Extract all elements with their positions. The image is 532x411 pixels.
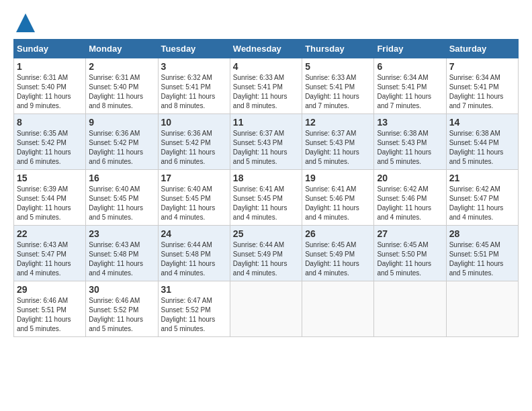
day-number: 23 <box>89 228 154 239</box>
calendar-week-2: 8Sunrise: 6:35 AMSunset: 5:42 PMDaylight… <box>14 114 519 170</box>
calendar-cell <box>446 281 518 337</box>
day-number: 5 <box>305 61 371 72</box>
calendar-cell: 16Sunrise: 6:40 AMSunset: 5:45 PMDayligh… <box>86 170 158 226</box>
calendar-cell: 8Sunrise: 6:35 AMSunset: 5:42 PMDaylight… <box>14 114 86 170</box>
calendar-cell: 25Sunrise: 6:44 AMSunset: 5:49 PMDayligh… <box>230 226 302 281</box>
day-number: 20 <box>377 173 443 183</box>
calendar-cell: 30Sunrise: 6:46 AMSunset: 5:52 PMDayligh… <box>86 281 158 337</box>
logo-icon <box>16 13 35 32</box>
day-number: 11 <box>233 117 299 128</box>
day-number: 13 <box>377 117 443 128</box>
day-number: 27 <box>377 228 443 239</box>
day-info: Sunrise: 6:40 AMSunset: 5:45 PMDaylight:… <box>89 185 154 222</box>
calendar-cell: 21Sunrise: 6:42 AMSunset: 5:47 PMDayligh… <box>446 170 518 226</box>
calendar-cell: 19Sunrise: 6:41 AMSunset: 5:46 PMDayligh… <box>302 170 374 226</box>
day-number: 6 <box>377 61 443 72</box>
calendar-cell: 3Sunrise: 6:32 AMSunset: 5:41 PMDaylight… <box>158 58 230 114</box>
day-number: 26 <box>305 228 371 239</box>
day-number: 10 <box>161 117 227 128</box>
day-info: Sunrise: 6:42 AMSunset: 5:47 PMDaylight:… <box>449 185 515 222</box>
day-number: 31 <box>161 284 227 295</box>
day-info: Sunrise: 6:38 AMSunset: 5:44 PMDaylight:… <box>449 129 515 167</box>
day-info: Sunrise: 6:40 AMSunset: 5:45 PMDaylight:… <box>161 185 227 222</box>
calendar-cell: 5Sunrise: 6:33 AMSunset: 5:41 PMDaylight… <box>302 58 374 114</box>
day-info: Sunrise: 6:31 AMSunset: 5:40 PMDaylight:… <box>89 73 154 111</box>
day-info: Sunrise: 6:36 AMSunset: 5:42 PMDaylight:… <box>89 129 154 167</box>
day-number: 14 <box>449 117 515 128</box>
day-info: Sunrise: 6:47 AMSunset: 5:52 PMDaylight:… <box>161 296 227 334</box>
calendar-header-wednesday: Wednesday <box>230 40 302 58</box>
day-info: Sunrise: 6:45 AMSunset: 5:50 PMDaylight:… <box>377 240 443 278</box>
calendar-cell: 18Sunrise: 6:41 AMSunset: 5:45 PMDayligh… <box>230 170 302 226</box>
calendar-cell: 20Sunrise: 6:42 AMSunset: 5:46 PMDayligh… <box>374 170 446 226</box>
day-info: Sunrise: 6:45 AMSunset: 5:51 PMDaylight:… <box>449 240 515 278</box>
day-info: Sunrise: 6:38 AMSunset: 5:43 PMDaylight:… <box>377 129 443 167</box>
day-number: 29 <box>17 284 83 295</box>
day-number: 30 <box>89 284 154 295</box>
day-number: 17 <box>161 173 227 183</box>
calendar-cell: 14Sunrise: 6:38 AMSunset: 5:44 PMDayligh… <box>446 114 518 170</box>
day-info: Sunrise: 6:32 AMSunset: 5:41 PMDaylight:… <box>161 73 227 111</box>
calendar-week-3: 15Sunrise: 6:39 AMSunset: 5:44 PMDayligh… <box>14 170 519 226</box>
day-info: Sunrise: 6:33 AMSunset: 5:41 PMDaylight:… <box>305 73 371 111</box>
day-info: Sunrise: 6:46 AMSunset: 5:51 PMDaylight:… <box>17 296 83 334</box>
calendar-cell: 12Sunrise: 6:37 AMSunset: 5:43 PMDayligh… <box>302 114 374 170</box>
day-number: 16 <box>89 173 154 183</box>
calendar-cell: 24Sunrise: 6:44 AMSunset: 5:48 PMDayligh… <box>158 226 230 281</box>
calendar-week-4: 22Sunrise: 6:43 AMSunset: 5:47 PMDayligh… <box>14 226 519 281</box>
day-info: Sunrise: 6:35 AMSunset: 5:42 PMDaylight:… <box>17 129 83 167</box>
day-info: Sunrise: 6:41 AMSunset: 5:46 PMDaylight:… <box>305 185 371 222</box>
day-info: Sunrise: 6:33 AMSunset: 5:41 PMDaylight:… <box>233 73 299 111</box>
calendar-header-row: SundayMondayTuesdayWednesdayThursdayFrid… <box>14 40 519 58</box>
calendar-week-1: 1Sunrise: 6:31 AMSunset: 5:40 PMDaylight… <box>14 58 519 114</box>
day-number: 15 <box>17 173 83 183</box>
calendar-cell: 17Sunrise: 6:40 AMSunset: 5:45 PMDayligh… <box>158 170 230 226</box>
day-number: 8 <box>17 117 83 128</box>
day-info: Sunrise: 6:41 AMSunset: 5:45 PMDaylight:… <box>233 185 299 222</box>
day-number: 21 <box>449 173 515 183</box>
logo <box>13 13 35 32</box>
calendar-header-monday: Monday <box>86 40 158 58</box>
calendar-cell: 1Sunrise: 6:31 AMSunset: 5:40 PMDaylight… <box>14 58 86 114</box>
calendar-cell <box>302 281 374 337</box>
calendar-cell: 31Sunrise: 6:47 AMSunset: 5:52 PMDayligh… <box>158 281 230 337</box>
day-number: 28 <box>449 228 515 239</box>
day-info: Sunrise: 6:46 AMSunset: 5:52 PMDaylight:… <box>89 296 154 334</box>
day-number: 2 <box>89 61 154 72</box>
calendar-cell <box>374 281 446 337</box>
day-info: Sunrise: 6:34 AMSunset: 5:41 PMDaylight:… <box>449 73 515 111</box>
day-info: Sunrise: 6:42 AMSunset: 5:46 PMDaylight:… <box>377 185 443 222</box>
calendar-header-thursday: Thursday <box>302 40 374 58</box>
calendar-cell <box>230 281 302 337</box>
day-info: Sunrise: 6:44 AMSunset: 5:49 PMDaylight:… <box>233 240 299 278</box>
day-info: Sunrise: 6:39 AMSunset: 5:44 PMDaylight:… <box>17 185 83 222</box>
svg-marker-0 <box>16 13 35 32</box>
day-number: 25 <box>233 228 299 239</box>
day-number: 18 <box>233 173 299 183</box>
day-info: Sunrise: 6:37 AMSunset: 5:43 PMDaylight:… <box>233 129 299 167</box>
calendar-cell: 29Sunrise: 6:46 AMSunset: 5:51 PMDayligh… <box>14 281 86 337</box>
calendar-cell: 27Sunrise: 6:45 AMSunset: 5:50 PMDayligh… <box>374 226 446 281</box>
calendar-cell: 4Sunrise: 6:33 AMSunset: 5:41 PMDaylight… <box>230 58 302 114</box>
page-header <box>13 13 519 32</box>
calendar-header-friday: Friday <box>374 40 446 58</box>
day-info: Sunrise: 6:45 AMSunset: 5:49 PMDaylight:… <box>305 240 371 278</box>
day-info: Sunrise: 6:34 AMSunset: 5:41 PMDaylight:… <box>377 73 443 111</box>
calendar-header-sunday: Sunday <box>14 40 86 58</box>
day-number: 22 <box>17 228 83 239</box>
calendar-cell: 22Sunrise: 6:43 AMSunset: 5:47 PMDayligh… <box>14 226 86 281</box>
calendar-cell: 7Sunrise: 6:34 AMSunset: 5:41 PMDaylight… <box>446 58 518 114</box>
day-number: 12 <box>305 117 371 128</box>
day-number: 19 <box>305 173 371 183</box>
calendar-cell: 23Sunrise: 6:43 AMSunset: 5:48 PMDayligh… <box>86 226 158 281</box>
day-number: 9 <box>89 117 154 128</box>
day-info: Sunrise: 6:44 AMSunset: 5:48 PMDaylight:… <box>161 240 227 278</box>
calendar-cell: 26Sunrise: 6:45 AMSunset: 5:49 PMDayligh… <box>302 226 374 281</box>
day-info: Sunrise: 6:37 AMSunset: 5:43 PMDaylight:… <box>305 129 371 167</box>
calendar-cell: 28Sunrise: 6:45 AMSunset: 5:51 PMDayligh… <box>446 226 518 281</box>
day-number: 3 <box>161 61 227 72</box>
day-number: 1 <box>17 61 83 72</box>
calendar-cell: 9Sunrise: 6:36 AMSunset: 5:42 PMDaylight… <box>86 114 158 170</box>
calendar-cell: 15Sunrise: 6:39 AMSunset: 5:44 PMDayligh… <box>14 170 86 226</box>
day-info: Sunrise: 6:31 AMSunset: 5:40 PMDaylight:… <box>17 73 83 111</box>
